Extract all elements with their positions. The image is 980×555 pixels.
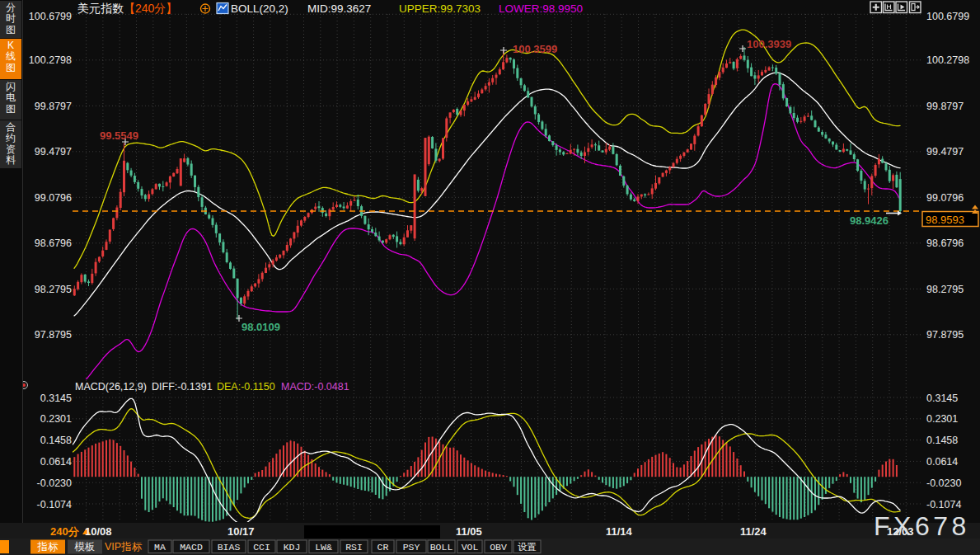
svg-text:98.6796: 98.6796 — [35, 238, 72, 249]
svg-text:-0.0230: -0.0230 — [926, 477, 961, 489]
svg-text:MA: MA — [154, 542, 166, 553]
svg-text:0.3145: 0.3145 — [40, 393, 72, 404]
svg-text:99.8797: 99.8797 — [926, 101, 964, 112]
svg-text:99.5549: 99.5549 — [100, 129, 138, 142]
svg-text:98.9426: 98.9426 — [850, 214, 889, 227]
svg-text:PSY: PSY — [403, 542, 420, 553]
svg-text:-0.1074: -0.1074 — [37, 499, 72, 510]
svg-text:【240分】: 【240分】 — [124, 2, 177, 15]
svg-text:0.3145: 0.3145 — [926, 393, 958, 404]
svg-text:美元指数: 美元指数 — [77, 2, 124, 15]
svg-text:LOWER:98.9950: LOWER:98.9950 — [499, 2, 583, 15]
svg-text:97.8795: 97.8795 — [35, 329, 72, 341]
svg-text:11/24: 11/24 — [740, 525, 767, 538]
svg-text:240分: 240分 — [50, 525, 80, 538]
svg-text:图: 图 — [6, 62, 16, 73]
svg-text:DEA:-0.1150: DEA:-0.1150 — [217, 381, 275, 393]
svg-text:指标: 指标 — [37, 541, 59, 553]
svg-text:模板: 模板 — [74, 541, 96, 553]
svg-text:闪: 闪 — [6, 81, 16, 92]
svg-text:98.9593: 98.9593 — [926, 214, 964, 226]
svg-text:CR: CR — [377, 542, 389, 553]
svg-text:MACD: MACD — [180, 542, 203, 553]
svg-text:10/17: 10/17 — [227, 525, 255, 538]
svg-text:图: 图 — [6, 103, 16, 115]
svg-text:0.2301: 0.2301 — [926, 413, 958, 425]
svg-text:分: 分 — [6, 2, 16, 13]
svg-text:99.4797: 99.4797 — [926, 146, 964, 158]
svg-text:99.8797: 99.8797 — [35, 101, 72, 112]
svg-text:约: 约 — [6, 132, 16, 143]
svg-text:时: 时 — [6, 12, 16, 24]
svg-text:100.6799: 100.6799 — [29, 11, 72, 22]
svg-text:10/08: 10/08 — [85, 525, 112, 538]
svg-text:98.2795: 98.2795 — [926, 284, 964, 295]
svg-text:MID:99.3627: MID:99.3627 — [307, 2, 371, 15]
svg-text:100.2798: 100.2798 — [29, 54, 72, 66]
svg-text:OBV: OBV — [490, 542, 507, 553]
svg-text:100.3939: 100.3939 — [747, 38, 791, 50]
svg-text:KDJ: KDJ — [284, 542, 301, 553]
svg-text:99.0796: 99.0796 — [926, 192, 964, 204]
svg-text:11/05: 11/05 — [456, 525, 482, 538]
svg-text:RSI: RSI — [345, 542, 363, 553]
svg-text:VIP指标: VIP指标 — [105, 541, 143, 553]
svg-text:98.0109: 98.0109 — [241, 321, 280, 333]
svg-text:图: 图 — [6, 24, 16, 35]
svg-text:设置: 设置 — [518, 542, 537, 553]
svg-text:97.8795: 97.8795 — [926, 329, 964, 341]
svg-text:线: 线 — [6, 50, 16, 62]
svg-text:资: 资 — [6, 143, 16, 155]
svg-text:0.1458: 0.1458 — [926, 435, 958, 446]
svg-text:0.0614: 0.0614 — [40, 456, 72, 468]
svg-text:MACD:-0.0481: MACD:-0.0481 — [281, 381, 349, 393]
svg-text:UPPER:99.7303: UPPER:99.7303 — [399, 2, 481, 15]
svg-text:99.0796: 99.0796 — [35, 192, 72, 204]
svg-text:0.2301: 0.2301 — [40, 413, 72, 425]
svg-text:98.2795: 98.2795 — [35, 284, 72, 295]
svg-text:MACD(26,12,9): MACD(26,12,9) — [75, 381, 147, 393]
svg-text:LW&: LW& — [315, 542, 332, 553]
svg-text:0.1458: 0.1458 — [40, 435, 72, 446]
svg-text:BIAS: BIAS — [218, 542, 241, 553]
svg-text:-0.1074: -0.1074 — [926, 499, 961, 510]
svg-text:电: 电 — [6, 92, 16, 103]
svg-text:11/14: 11/14 — [606, 525, 633, 538]
svg-text:DIFF:-0.1391: DIFF:-0.1391 — [152, 381, 213, 393]
svg-text:99.4797: 99.4797 — [35, 146, 72, 158]
svg-text:料: 料 — [6, 154, 16, 166]
svg-text:VOL: VOL — [462, 542, 479, 553]
svg-text:98.6796: 98.6796 — [926, 238, 964, 249]
svg-text:BOLL: BOLL — [430, 542, 453, 553]
svg-text:0.0614: 0.0614 — [926, 456, 958, 468]
svg-text:-0.0230: -0.0230 — [37, 477, 72, 489]
svg-text:CCI: CCI — [253, 542, 270, 553]
svg-text:FX678: FX678 — [874, 511, 970, 541]
svg-text:100.2798: 100.2798 — [926, 54, 969, 66]
svg-text:K: K — [7, 40, 14, 51]
svg-text:合: 合 — [6, 121, 16, 133]
svg-text:BOLL(20,2): BOLL(20,2) — [231, 2, 288, 15]
svg-text:100.6799: 100.6799 — [926, 11, 969, 22]
svg-text:100.3599: 100.3599 — [513, 43, 557, 55]
